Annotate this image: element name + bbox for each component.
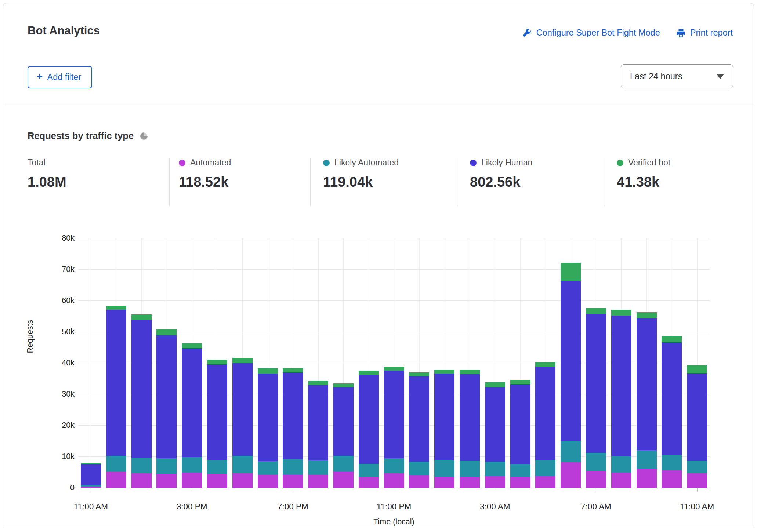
bar-segment-likely-human: [434, 374, 454, 460]
x-tick-label: 11:00 AM: [54, 502, 127, 511]
chart-bar-9pm[interactable]: [333, 238, 354, 488]
bar-segment-likely-automated: [232, 456, 253, 473]
bar-segment-likely-human: [535, 367, 555, 460]
bar-segment-likely-automated: [182, 457, 202, 473]
chart-bar-10am[interactable]: [662, 238, 682, 488]
bar-segment-likely-automated: [535, 460, 555, 476]
stat-label: Likely Automated: [334, 158, 399, 168]
x-axis-title: Time (local): [357, 517, 431, 526]
bar-segment-likely-human: [637, 318, 657, 451]
verified-bot-legend-dot: [617, 160, 623, 166]
add-filter-button[interactable]: + Add filter: [28, 66, 92, 88]
stat-value: 119.04k: [323, 174, 399, 190]
bar-segment-likely-automated: [283, 459, 303, 474]
bar-segment-likely-automated: [687, 461, 707, 473]
bar-segment-verified-bot: [611, 310, 631, 316]
x-tick-label: 11:00 AM: [660, 502, 734, 511]
chart-bar-2pm[interactable]: [156, 238, 177, 488]
bar-segment-likely-human: [81, 464, 101, 485]
bar-segment-automated: [485, 476, 505, 488]
y-tick-label: 60k: [23, 296, 75, 305]
pie-chart-icon: [140, 132, 148, 141]
stat-label: Verified bot: [628, 158, 670, 168]
bar-segment-likely-automated: [359, 464, 379, 477]
bar-segment-verified-bot: [207, 360, 227, 364]
chart-bar-11pm[interactable]: [384, 238, 404, 488]
y-tick-label: 10k: [23, 452, 75, 461]
bar-segment-verified-bot: [434, 370, 454, 374]
x-tick-label: 3:00 PM: [155, 502, 229, 511]
chart-bar-12pm[interactable]: [106, 238, 126, 488]
y-tick-label: 0: [23, 483, 75, 492]
bar-segment-likely-human: [258, 374, 278, 461]
stat-value: 802.56k: [470, 174, 532, 190]
stat-value: 41.38k: [617, 174, 670, 190]
configure-super-bot-fight-mode-link[interactable]: Configure Super Bot Fight Mode: [522, 28, 660, 38]
chart-bar-4pm[interactable]: [207, 238, 227, 488]
x-tick-mark: [91, 488, 91, 492]
likely-human-legend-dot: [470, 160, 477, 166]
bar-segment-automated: [510, 477, 530, 488]
bar-segment-likely-human: [485, 387, 505, 461]
bar-segment-likely-human: [131, 320, 152, 458]
bar-segment-likely-human: [460, 374, 480, 461]
likely-automated-legend-dot: [323, 160, 330, 166]
stat-label: Total: [28, 158, 46, 168]
bar-segment-automated: [561, 462, 581, 488]
bar-segment-likely-human: [308, 385, 328, 461]
x-tick-label: 3:00 AM: [458, 502, 532, 511]
chart-bar-12am[interactable]: [409, 238, 429, 488]
bar-segment-verified-bot: [637, 312, 657, 318]
chart-bar-3pm[interactable]: [182, 238, 202, 488]
bar-segment-likely-automated: [106, 456, 126, 471]
print-link-label: Print report: [690, 28, 733, 38]
configure-link-label: Configure Super Bot Fight Mode: [536, 28, 660, 38]
chart-bar-6pm[interactable]: [258, 238, 278, 488]
bar-segment-likely-human: [283, 372, 303, 459]
bar-segment-verified-bot: [156, 329, 177, 335]
bar-segment-likely-automated: [131, 458, 152, 474]
bar-segment-likely-automated: [434, 460, 454, 477]
chart-bar-11am[interactable]: [687, 238, 707, 488]
bar-segment-automated: [586, 471, 606, 488]
chart-bar-2am[interactable]: [460, 238, 480, 488]
bar-segment-verified-bot: [662, 336, 682, 342]
x-tick-mark: [495, 488, 495, 492]
chart-bar-5pm[interactable]: [232, 238, 253, 488]
print-report-link[interactable]: Print report: [676, 28, 733, 38]
x-tick-label: 11:00 PM: [357, 502, 431, 511]
x-tick-mark: [293, 488, 293, 492]
chart-bar-3am[interactable]: [485, 238, 505, 488]
chart-bar-8am[interactable]: [611, 238, 631, 488]
section-title: Requests by traffic type: [28, 131, 134, 141]
y-axis-title: Requests: [26, 339, 35, 353]
bar-segment-likely-human: [333, 387, 354, 455]
header-divider: [3, 104, 754, 104]
chart-bar-6am[interactable]: [561, 238, 581, 488]
bar-segment-automated: [106, 472, 126, 488]
bar-segment-likely-automated: [510, 464, 530, 476]
bar-segment-likely-automated: [662, 455, 682, 471]
time-range-dropdown[interactable]: Last 24 hours: [621, 64, 733, 88]
bar-segment-verified-bot: [586, 308, 606, 314]
bar-segment-likely-human: [510, 384, 530, 464]
chart-bar-1am[interactable]: [434, 238, 454, 488]
chart-bar-7pm[interactable]: [283, 238, 303, 488]
y-tick-label: 40k: [23, 358, 75, 368]
y-tick-label: 50k: [23, 327, 75, 336]
chart-bar-1pm[interactable]: [131, 238, 152, 488]
chart-bar-10pm[interactable]: [359, 238, 379, 488]
chart-bar-8pm[interactable]: [308, 238, 328, 488]
chart-bar-4am[interactable]: [510, 238, 530, 488]
bar-segment-automated: [333, 471, 354, 488]
y-tick-label: 80k: [23, 234, 75, 243]
chart-bar-9am[interactable]: [637, 238, 657, 488]
bar-segment-likely-automated: [207, 460, 227, 474]
chart-bar-7am[interactable]: [586, 238, 606, 488]
bar-segment-verified-bot: [308, 381, 328, 385]
printer-icon: [676, 28, 686, 38]
bar-segment-automated: [232, 473, 253, 488]
automated-legend-dot: [179, 160, 185, 166]
chart-bar-11am[interactable]: [81, 238, 101, 488]
chart-bar-5am[interactable]: [535, 238, 555, 488]
